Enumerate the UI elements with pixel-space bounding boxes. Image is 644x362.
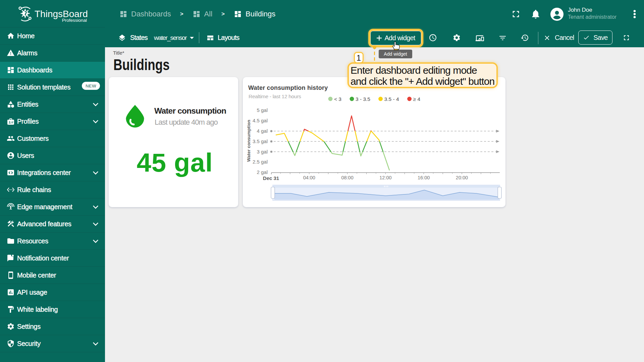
svg-text:≥ 4: ≥ 4 [413, 96, 421, 102]
svg-text:2.5 gal: 2.5 gal [253, 159, 268, 165]
svg-text:Water consumption: Water consumption [246, 120, 251, 162]
svg-text:3 gal: 3 gal [257, 149, 268, 155]
svg-text:Dec 31: Dec 31 [263, 175, 279, 181]
svg-text:16:00: 16:00 [418, 175, 430, 180]
svg-text:08:00: 08:00 [341, 175, 353, 180]
svg-text:3.5 gal: 3.5 gal [253, 138, 268, 144]
svg-text:12:00: 12:00 [379, 175, 391, 180]
svg-text:< 3: < 3 [334, 96, 341, 102]
svg-text:3 - 3.5: 3 - 3.5 [356, 96, 370, 102]
svg-text:3.5 - 4: 3.5 - 4 [384, 96, 399, 102]
svg-text:4.5 gal: 4.5 gal [253, 118, 268, 123]
svg-text:5 gal: 5 gal [257, 107, 268, 113]
svg-text:04:00: 04:00 [303, 175, 315, 180]
svg-text:4 gal: 4 gal [257, 128, 268, 134]
svg-text:2 gal: 2 gal [257, 169, 268, 175]
svg-text:20:00: 20:00 [456, 175, 468, 180]
